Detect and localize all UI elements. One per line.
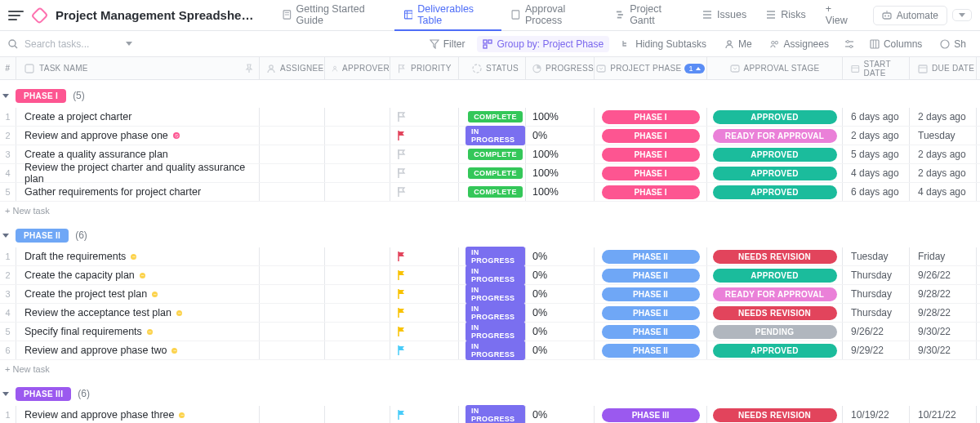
priority-cell[interactable]	[390, 323, 459, 341]
table-row[interactable]: 2 Create the capacity plan − IN PROGRESS…	[0, 266, 980, 285]
start-date[interactable]: Thursday	[843, 266, 910, 284]
flag-icon[interactable]	[397, 149, 407, 160]
col-status[interactable]: STATUS	[459, 57, 526, 79]
tab-issues[interactable]: Issues	[693, 0, 756, 31]
approver-cell[interactable]	[325, 323, 390, 341]
automate-button[interactable]: Automate	[873, 6, 947, 25]
approval-cell[interactable]: NEEDS REVISION	[707, 247, 843, 265]
approval-cell[interactable]: APPROVED	[707, 266, 843, 284]
table-row[interactable]: 5 Gather requirements for project charte…	[0, 183, 980, 202]
new-task-button[interactable]: + New task	[0, 202, 980, 220]
phase-cell[interactable]: PHASE I	[595, 183, 707, 201]
status-cell[interactable]: COMPLETE	[459, 164, 526, 182]
start-date[interactable]: 2 days ago	[843, 127, 910, 145]
approver-cell[interactable]	[325, 266, 390, 284]
flag-icon[interactable]	[397, 345, 407, 356]
approval-cell[interactable]: APPROVED	[707, 183, 843, 201]
progress-cell[interactable]: 0%	[526, 266, 595, 284]
assignees-button[interactable]: Assignees	[764, 36, 835, 52]
sort-badge[interactable]: 1	[684, 64, 704, 73]
priority-cell[interactable]	[390, 164, 459, 182]
progress-cell[interactable]: 100%	[526, 145, 595, 163]
flag-icon[interactable]	[397, 251, 407, 262]
due-date[interactable]: 9/28/22	[910, 304, 977, 322]
show-button[interactable]	[841, 37, 858, 51]
approver-cell[interactable]	[325, 183, 390, 201]
priority-cell[interactable]	[390, 145, 459, 163]
progress-cell[interactable]: 100%	[526, 108, 595, 126]
approver-cell[interactable]	[325, 127, 390, 145]
start-date[interactable]: 4 days ago	[843, 164, 910, 182]
task-cell[interactable]: Specify final requirements −	[16, 323, 260, 341]
due-date[interactable]: 9/30/22	[910, 341, 977, 359]
phase-cell[interactable]: PHASE III	[595, 406, 707, 423]
tab-approval[interactable]: Approval Process	[501, 0, 606, 31]
automate-dropdown[interactable]	[952, 9, 972, 21]
col-start[interactable]: START DATE	[843, 57, 910, 79]
approval-cell[interactable]: PENDING	[707, 323, 843, 341]
due-date[interactable]: 2 days ago	[910, 108, 977, 126]
approver-cell[interactable]	[325, 341, 390, 359]
assignee-cell[interactable]	[260, 304, 325, 322]
approver-cell[interactable]	[325, 285, 390, 303]
progress-cell[interactable]: 0%	[526, 304, 595, 322]
status-cell[interactable]: IN PROGRESS	[459, 285, 526, 303]
col-approval[interactable]: APPROVAL STAGE	[707, 57, 843, 79]
status-cell[interactable]: COMPLETE	[459, 183, 526, 201]
assignee-cell[interactable]	[260, 285, 325, 303]
approval-cell[interactable]: NEEDS REVISION	[707, 304, 843, 322]
status-cell[interactable]: COMPLETE	[459, 145, 526, 163]
group-header[interactable]: PHASE I (5)	[0, 83, 980, 108]
phase-cell[interactable]: PHASE II	[595, 304, 707, 322]
approver-cell[interactable]	[325, 247, 390, 265]
progress-cell[interactable]: 0%	[526, 406, 595, 423]
collapse-icon[interactable]	[2, 94, 9, 98]
status-cell[interactable]: IN PROGRESS	[459, 406, 526, 423]
due-date[interactable]: Friday	[910, 247, 977, 265]
col-approver[interactable]: APPROVER	[325, 57, 390, 79]
space-logo-icon[interactable]	[30, 6, 48, 24]
table-row[interactable]: 6 Review and approve phase two − IN PROG…	[0, 341, 980, 360]
progress-cell[interactable]: 0%	[526, 285, 595, 303]
phase-cell[interactable]: PHASE II	[595, 285, 707, 303]
start-date[interactable]: 9/26/22	[843, 323, 910, 341]
table-row[interactable]: 2 Review and approve phase one ⦸ IN PROG…	[0, 127, 980, 145]
search-box[interactable]	[8, 38, 147, 51]
flag-icon[interactable]	[397, 326, 407, 337]
menu-icon[interactable]	[8, 7, 24, 24]
assignee-cell[interactable]	[260, 341, 325, 359]
due-date[interactable]: 10/21/22	[910, 406, 977, 423]
group-header[interactable]: PHASE II (6)	[0, 223, 980, 247]
progress-cell[interactable]: 0%	[526, 127, 595, 145]
status-cell[interactable]: IN PROGRESS	[459, 304, 526, 322]
task-cell[interactable]: Review the acceptance test plan −	[16, 304, 260, 322]
col-due[interactable]: DUE DATE	[910, 57, 977, 79]
phase-cell[interactable]: PHASE II	[595, 266, 707, 284]
task-cell[interactable]: Create a project charter	[16, 108, 260, 126]
assignee-cell[interactable]	[260, 406, 325, 423]
groupby-button[interactable]: Group by: Project Phase	[477, 36, 609, 52]
approval-cell[interactable]: READY FOR APPROVAL	[707, 285, 843, 303]
status-cell[interactable]: IN PROGRESS	[459, 127, 526, 145]
task-cell[interactable]: Create a quality assurance plan	[16, 145, 260, 163]
approval-cell[interactable]: APPROVED	[707, 108, 843, 126]
filter-button[interactable]: Filter	[424, 36, 471, 52]
approval-cell[interactable]: NEEDS REVISION	[707, 406, 843, 423]
priority-cell[interactable]	[390, 247, 459, 265]
due-date[interactable]: 2 days ago	[910, 164, 977, 182]
approver-cell[interactable]	[325, 108, 390, 126]
start-date[interactable]: 5 days ago	[843, 145, 910, 163]
task-cell[interactable]: Draft the requirements −	[16, 247, 260, 265]
due-date[interactable]: 9/30/22	[910, 323, 977, 341]
table-row[interactable]: 5 Specify final requirements − IN PROGRE…	[0, 323, 980, 341]
flag-icon[interactable]	[397, 288, 407, 300]
approver-cell[interactable]	[325, 304, 390, 322]
phase-pill[interactable]: PHASE II	[16, 229, 69, 243]
flag-icon[interactable]	[397, 307, 407, 318]
columns-button[interactable]: Columns	[864, 36, 928, 52]
col-progress[interactable]: PROGRESS	[526, 57, 595, 79]
share-button[interactable]: Sh	[934, 36, 972, 52]
priority-cell[interactable]	[390, 406, 459, 423]
due-date[interactable]: 9/28/22	[910, 285, 977, 303]
col-assignee[interactable]: ASSIGNEE	[260, 57, 325, 79]
